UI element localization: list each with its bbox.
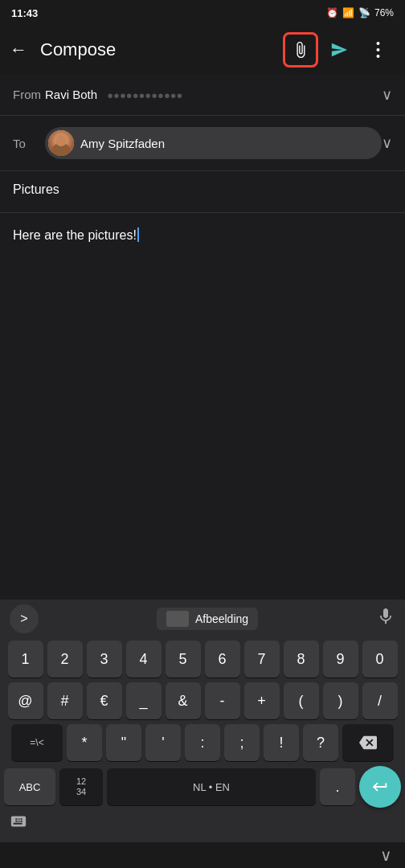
key-underscore[interactable]: _	[126, 682, 162, 719]
from-label: From	[13, 88, 45, 101]
keyboard-top-bar: > Afbeelding	[0, 600, 405, 638]
body-text: Here are the pictures!	[13, 228, 139, 242]
key-asterisk[interactable]: *	[67, 724, 102, 761]
key-4[interactable]: 4	[126, 641, 162, 678]
to-label: To	[13, 137, 45, 150]
key-quote[interactable]: "	[106, 724, 141, 761]
nav-bar: ∨	[0, 842, 405, 868]
microphone-button[interactable]	[376, 607, 395, 631]
special-row: =\< * " ' : ; ! ?	[0, 722, 405, 764]
from-email-blurred: ●●●●●●●●●●●●	[107, 89, 182, 101]
recipient-name: Amy Spitzfaden	[80, 137, 165, 150]
nav-down-button[interactable]: ∨	[380, 845, 392, 865]
from-row: From Ravi Both ●●●●●●●●●●●● ∨	[0, 74, 405, 116]
avatar	[48, 130, 74, 156]
compose-area: From Ravi Both ●●●●●●●●●●●● ∨ To Amy Spi…	[0, 74, 405, 600]
attach-button[interactable]	[283, 32, 318, 68]
bottom-row: ABC 1234 NL • EN .	[0, 764, 405, 810]
paperclip-icon	[292, 41, 309, 59]
send-icon	[330, 41, 348, 59]
keyboard-bottom-bar	[0, 810, 405, 839]
text-cursor	[137, 227, 139, 242]
key-1[interactable]: 1	[8, 641, 43, 678]
image-thumbnail	[166, 611, 189, 627]
svg-point-2	[376, 55, 379, 58]
page-title: Compose	[40, 39, 283, 60]
keyboard-icon[interactable]	[10, 813, 27, 834]
body-area[interactable]: Here are the pictures!	[0, 213, 405, 600]
key-space[interactable]: NL • EN	[107, 768, 316, 805]
key-colon[interactable]: :	[185, 724, 220, 761]
keyboard-arrow-button[interactable]: >	[10, 604, 39, 633]
recipient-chip[interactable]: Amy Spitzfaden	[45, 127, 382, 159]
number-row: 1 2 3 4 5 6 7 8 9 0	[0, 638, 405, 680]
from-value: Ravi Both ●●●●●●●●●●●●	[45, 88, 382, 101]
key-ampersand[interactable]: &	[166, 682, 201, 719]
to-dropdown-icon[interactable]: ∨	[382, 134, 392, 152]
more-options-button[interactable]	[360, 32, 395, 68]
keyboard: > Afbeelding 1 2 3 4 5 6 7 8 9 0 @ # € _…	[0, 600, 405, 842]
key-5[interactable]: 5	[166, 641, 201, 678]
key-minus[interactable]: -	[205, 682, 240, 719]
app-bar: ← Compose	[0, 26, 405, 74]
key-exclaim[interactable]: !	[264, 724, 299, 761]
status-bar: 11:43 ⏰ 📶 📡 76%	[0, 0, 405, 26]
subject-text: Pictures	[13, 182, 59, 196]
key-backspace[interactable]	[342, 724, 394, 761]
key-slash[interactable]: /	[362, 682, 398, 719]
svg-point-1	[376, 48, 379, 51]
key-plus[interactable]: +	[244, 682, 280, 719]
key-8[interactable]: 8	[284, 641, 319, 678]
status-time: 11:43	[11, 7, 38, 19]
send-button[interactable]	[321, 32, 357, 68]
image-label: Afbeelding	[195, 612, 248, 625]
svg-point-0	[376, 42, 379, 45]
image-suggestion-button[interactable]: Afbeelding	[157, 608, 258, 630]
status-icons: ⏰ 📶 📡 76%	[326, 7, 394, 18]
key-at[interactable]: @	[8, 682, 43, 719]
key-period[interactable]: .	[320, 768, 355, 805]
key-0[interactable]: 0	[362, 641, 398, 678]
enter-icon	[371, 778, 389, 796]
mic-icon	[376, 607, 395, 626]
key-semicolon[interactable]: ;	[224, 724, 260, 761]
signal-icon: 📡	[358, 7, 370, 18]
key-7[interactable]: 7	[244, 641, 280, 678]
alarm-icon: ⏰	[326, 7, 338, 18]
back-button[interactable]: ←	[10, 39, 27, 60]
keyboard-toggle-icon	[10, 813, 27, 830]
key-hash[interactable]: #	[47, 682, 83, 719]
key-lparen[interactable]: (	[284, 682, 319, 719]
from-dropdown-icon[interactable]: ∨	[382, 86, 392, 104]
key-9[interactable]: 9	[323, 641, 358, 678]
key-euro[interactable]: €	[87, 682, 122, 719]
to-field[interactable]: Amy Spitzfaden	[45, 127, 382, 159]
to-row: To Amy Spitzfaden ∨	[0, 116, 405, 171]
battery-label: 76%	[374, 7, 394, 18]
backspace-icon	[359, 734, 377, 751]
wifi-icon: 📶	[342, 7, 354, 18]
key-special-left[interactable]: =\<	[11, 724, 63, 761]
key-apostrophe[interactable]: '	[145, 724, 181, 761]
key-abc[interactable]: ABC	[4, 768, 55, 805]
key-2[interactable]: 2	[47, 641, 83, 678]
subject-row[interactable]: Pictures	[0, 171, 405, 213]
toolbar-actions	[283, 32, 395, 68]
key-question[interactable]: ?	[303, 724, 338, 761]
more-icon	[376, 41, 380, 59]
key-numbers[interactable]: 1234	[59, 768, 103, 805]
key-3[interactable]: 3	[87, 641, 122, 678]
key-enter[interactable]	[359, 766, 401, 808]
symbol-row-1: @ # € _ & - + ( ) /	[0, 680, 405, 722]
key-6[interactable]: 6	[205, 641, 240, 678]
key-rparen[interactable]: )	[323, 682, 358, 719]
